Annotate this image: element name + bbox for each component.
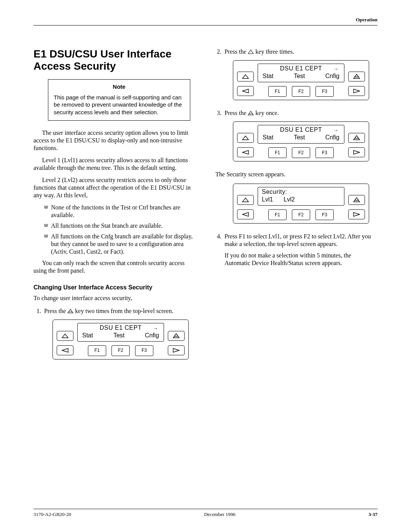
menu-cnfig: Cnfig [325,72,339,80]
triangle-up-icon [62,334,68,338]
triangle-bar-up-icon [353,74,360,79]
step-1-text-a: Press the [44,308,67,314]
footer-date: December 1996 [204,511,236,518]
nav-home-button[interactable] [348,72,365,81]
fkey-row: F1 F2 F3 [77,345,164,356]
content-columns: E1 DSU/CSU User Interface Access Securit… [33,46,378,369]
arrow-right-icon: → [153,325,159,332]
running-header: Operation [356,17,378,23]
triangle-up-icon [242,198,249,202]
step-2: Press the key three times. [223,48,378,100]
menu-test: Test [294,134,305,141]
screen-title: DSU E1 CEPT [100,324,142,331]
nav-left-button[interactable] [237,209,254,219]
para-1: The user interface access security optio… [33,129,197,152]
fkey-row: F1 F2 F3 [258,86,344,97]
menu-test: Test [294,72,305,80]
security-lvl1: Lvl1 [262,196,273,203]
triangle-bar-up-icon [173,333,180,339]
nav-left-button[interactable] [237,86,254,96]
security-lvl2: Lvl2 [284,196,295,203]
intro-2: To change user interface access security… [33,294,197,302]
lcd-panel: DSU E1 CEPT → Stat Test Cnfig [53,320,189,359]
nav-up-button[interactable] [237,133,254,143]
bullet-item: All functions on the Stat branch are ava… [44,222,197,230]
lcd-screen: DSU E1 CEPT → Stat Test Cnfig [77,323,164,342]
menu-cnfig: Cnfig [325,134,339,141]
nav-right-button[interactable] [168,345,185,355]
steps-left: Press the key two times from the top-lev… [33,307,197,359]
step-3-after: The Security screen appears. [215,171,378,178]
step-1-text-b: key two times from the top-level screen. [75,308,173,314]
nav-up-button[interactable] [57,331,73,341]
triangle-bar-up-icon [67,309,73,313]
triangle-left-icon [62,348,68,353]
column-left: E1 DSU/CSU User Interface Access Securit… [33,46,197,369]
nav-left-button[interactable] [237,147,254,157]
triangle-right-icon [353,212,360,217]
f2-button[interactable]: F2 [112,345,130,356]
triangle-up-icon [242,74,249,79]
f1-button[interactable]: F1 [268,209,287,220]
para-4: You can only reach the screen that contr… [33,259,197,275]
f2-button[interactable]: F2 [292,86,310,97]
para-3: Level 2 (Lvl2) access security restricts… [33,176,197,199]
f2-button[interactable]: F2 [292,147,310,158]
triangle-left-icon [242,150,249,155]
menu-cnfig: Cnfig [145,332,159,339]
footer: 3170-A2-GB20-20 December 1996 3-37 [33,511,378,518]
f1-button[interactable]: F1 [88,345,106,356]
step-4-extra: If you do not make a selection within 5 … [225,252,378,267]
subheading: Changing User Interface Access Security [33,284,197,291]
rule-bottom [33,509,378,509]
lcd-panel: DSU E1 CEPT → Stat Test Cnfig [233,121,369,161]
note-box: Note This page of the manual is self-sup… [48,79,190,120]
security-title: Security: [262,189,287,195]
f1-button[interactable]: F1 [268,86,287,97]
screen-title: DSU E1 CEPT [280,65,322,72]
lcd-screen: DSU E1 CEPT → Stat Test Cnfig [258,64,344,82]
footer-page: 3-37 [368,511,378,518]
rule-top [33,25,378,26]
nav-home-button[interactable] [348,133,365,143]
f3-button[interactable]: F3 [315,209,334,220]
menu-test: Test [113,332,124,339]
triangle-left-icon [242,212,249,217]
triangle-bar-up-icon [248,111,254,115]
triangle-right-icon [173,348,180,353]
nav-left-button[interactable] [57,345,73,355]
nav-right-button[interactable] [348,147,365,157]
nav-right-button[interactable] [348,86,365,96]
triangle-left-icon [242,89,249,93]
f3-button[interactable]: F3 [135,345,153,356]
arrow-right-icon: → [333,66,339,73]
f3-button[interactable]: F3 [315,86,334,97]
triangle-up-icon [248,50,254,54]
f3-button[interactable]: F3 [315,147,334,158]
arrow-right-icon: → [333,127,339,134]
nav-home-button[interactable] [348,195,365,205]
triangle-bar-up-icon [353,135,360,141]
para-2: Level 1 (Lvl1) access security allows ac… [33,157,197,172]
triangle-right-icon [353,89,360,93]
f1-button[interactable]: F1 [268,147,287,158]
step-1: Press the key two times from the top-lev… [43,307,197,359]
note-body: This page of the manual is self-supporti… [54,94,185,116]
bullet-list: None of the functions in the Test or Ctr… [33,204,197,256]
menu-stat: Stat [263,134,273,141]
step-4-text: Press F1 to select Lvl1, or press F2 to … [225,233,371,247]
step-2-text-b: key three times. [255,48,294,55]
bullet-item: None of the functions in the Test or Ctr… [44,204,197,219]
nav-up-button[interactable] [237,195,254,205]
steps-right: Press the key three times. [214,48,378,267]
screen-title: DSU E1 CEPT [280,126,322,133]
step-3: Press the key once. [223,109,378,224]
footer-doc: 3170-A2-GB20-20 [33,511,71,518]
fkey-row: F1 F2 F3 [258,209,344,220]
nav-right-button[interactable] [348,209,365,219]
nav-up-button[interactable] [237,72,254,81]
f2-button[interactable]: F2 [292,209,310,220]
nav-home-button[interactable] [168,331,185,341]
lcd-screen: Security: Lvl1 Lvl2 [258,187,344,206]
fkey-row: F1 F2 F3 [258,147,344,158]
